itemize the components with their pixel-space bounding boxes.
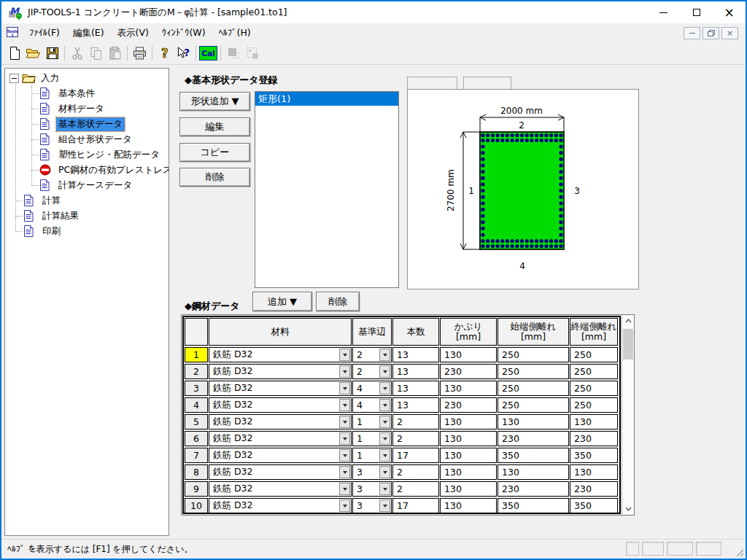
copy-shape-button[interactable]: コピー bbox=[179, 143, 250, 162]
menu-item-1[interactable]: 編集(E) bbox=[66, 25, 111, 42]
row-number-cell[interactable]: 5 bbox=[185, 414, 208, 429]
base-edge-cell[interactable]: 1 bbox=[352, 431, 392, 446]
base-edge-cell[interactable]: 3 bbox=[352, 498, 392, 513]
preview-tab-1[interactable] bbox=[407, 77, 457, 89]
tree-item-印刷[interactable]: 印刷 bbox=[5, 224, 169, 239]
scroll-up-button[interactable] bbox=[622, 315, 634, 327]
end-offset-cell[interactable]: 230 bbox=[570, 431, 618, 446]
material-dropdown-button[interactable] bbox=[339, 499, 350, 512]
maximize-button[interactable] bbox=[680, 1, 713, 23]
material-cell[interactable]: 鉄筋 D32 bbox=[209, 381, 352, 396]
base-edge-cell[interactable]: 3 bbox=[352, 464, 392, 480]
start-offset-cell[interactable]: 230 bbox=[498, 431, 569, 446]
count-cell[interactable]: 2 bbox=[392, 414, 439, 429]
base-edge-cell[interactable]: 1 bbox=[352, 414, 392, 429]
collapse-icon[interactable] bbox=[9, 74, 19, 83]
tree-item-材料データ[interactable]: 材料データ bbox=[5, 101, 169, 117]
material-dropdown-button[interactable] bbox=[339, 416, 350, 428]
tree-item-計算ケースデータ[interactable]: 計算ケースデータ bbox=[5, 178, 169, 193]
tree-item-塑性ヒンジ・配筋データ[interactable]: 塑性ヒンジ・配筋データ bbox=[5, 147, 169, 163]
count-cell[interactable]: 13 bbox=[392, 381, 439, 396]
material-cell[interactable]: 鉄筋 D32 bbox=[209, 397, 352, 413]
base-edge-dropdown-button[interactable] bbox=[379, 499, 390, 512]
menu-item-3[interactable]: ｳｨﾝﾄﾞｳ(W) bbox=[155, 25, 212, 42]
base-edge-dropdown-button[interactable] bbox=[379, 365, 390, 378]
cover-cell[interactable]: 130 bbox=[440, 481, 497, 497]
row-number-cell[interactable]: 7 bbox=[185, 448, 208, 463]
material-dropdown-button[interactable] bbox=[339, 466, 350, 478]
menu-item-4[interactable]: ﾍﾙﾌﾟ(H) bbox=[212, 25, 258, 42]
delete-steel-button[interactable]: 削除 bbox=[316, 292, 360, 311]
base-edge-dropdown-button[interactable] bbox=[379, 349, 390, 361]
base-edge-cell[interactable]: 4 bbox=[352, 381, 392, 396]
add-shape-button[interactable]: 形状追加 ▼ bbox=[179, 92, 250, 111]
row-number-cell[interactable]: 8 bbox=[185, 464, 208, 480]
material-cell[interactable]: 鉄筋 D32 bbox=[209, 481, 352, 497]
table-scrollbar[interactable] bbox=[622, 315, 634, 515]
end-offset-cell[interactable]: 250 bbox=[570, 397, 618, 413]
base-edge-dropdown-button[interactable] bbox=[379, 382, 390, 394]
count-cell[interactable]: 2 bbox=[392, 481, 439, 497]
material-dropdown-button[interactable] bbox=[339, 432, 350, 445]
end-offset-cell[interactable]: 250 bbox=[570, 364, 618, 379]
resize-grip-icon[interactable] bbox=[734, 547, 744, 557]
start-offset-cell[interactable]: 250 bbox=[498, 397, 569, 413]
count-cell[interactable]: 17 bbox=[392, 498, 439, 513]
base-edge-cell[interactable]: 3 bbox=[352, 481, 392, 497]
minimize-button[interactable] bbox=[647, 1, 680, 23]
start-offset-cell[interactable]: 350 bbox=[498, 448, 569, 463]
end-offset-cell[interactable]: 130 bbox=[570, 414, 618, 429]
help-button[interactable]: ? bbox=[155, 44, 174, 63]
end-offset-cell[interactable]: 250 bbox=[570, 347, 618, 362]
count-cell[interactable]: 17 bbox=[392, 448, 439, 463]
base-edge-cell[interactable]: 4 bbox=[352, 397, 392, 413]
menu-item-2[interactable]: 表示(V) bbox=[111, 25, 155, 42]
start-offset-cell[interactable]: 250 bbox=[498, 347, 569, 362]
save-button[interactable] bbox=[43, 44, 61, 63]
tree-item-基本条件[interactable]: 基本条件 bbox=[5, 86, 169, 101]
base-edge-dropdown-button[interactable] bbox=[379, 449, 390, 462]
scroll-down-button[interactable] bbox=[622, 503, 634, 515]
base-edge-cell[interactable]: 1 bbox=[352, 448, 392, 463]
cover-cell[interactable]: 130 bbox=[440, 347, 497, 362]
base-edge-dropdown-button[interactable] bbox=[379, 466, 390, 478]
row-number-cell[interactable]: 9 bbox=[185, 481, 208, 497]
base-edge-dropdown-button[interactable] bbox=[379, 432, 390, 445]
base-edge-cell[interactable]: 2 bbox=[352, 347, 392, 362]
shape-list-item[interactable]: 矩形(1) bbox=[255, 92, 398, 106]
cal-button[interactable]: Cal bbox=[199, 46, 217, 61]
cover-cell[interactable]: 130 bbox=[440, 464, 497, 480]
end-offset-cell[interactable]: 230 bbox=[570, 481, 618, 497]
material-dropdown-button[interactable] bbox=[339, 483, 350, 495]
base-edge-cell[interactable]: 2 bbox=[352, 364, 392, 379]
end-offset-cell[interactable]: 130 bbox=[570, 464, 618, 480]
material-cell[interactable]: 鉄筋 D32 bbox=[209, 431, 352, 446]
material-cell[interactable]: 鉄筋 D32 bbox=[209, 498, 352, 513]
material-dropdown-button[interactable] bbox=[339, 399, 350, 411]
delete-shape-button[interactable]: 削除 bbox=[179, 168, 250, 187]
row-number-cell[interactable]: 6 bbox=[185, 431, 208, 446]
count-cell[interactable]: 2 bbox=[392, 464, 439, 480]
count-cell[interactable]: 13 bbox=[392, 397, 439, 413]
start-offset-cell[interactable]: 130 bbox=[498, 414, 569, 429]
tree-item-入力[interactable]: 入力 bbox=[5, 71, 169, 86]
start-offset-cell[interactable]: 250 bbox=[498, 364, 569, 379]
cover-cell[interactable]: 130 bbox=[440, 431, 497, 446]
end-offset-cell[interactable]: 350 bbox=[570, 498, 618, 513]
preview-tab-2[interactable] bbox=[463, 77, 511, 89]
cover-cell[interactable]: 230 bbox=[440, 397, 497, 413]
row-number-cell[interactable]: 2 bbox=[185, 364, 208, 379]
tree-item-基本形状データ[interactable]: 基本形状データ bbox=[5, 117, 169, 132]
row-number-cell[interactable]: 10 bbox=[185, 498, 208, 513]
material-dropdown-button[interactable] bbox=[339, 382, 350, 394]
context-help-button[interactable]: ? bbox=[174, 44, 193, 63]
start-offset-cell[interactable]: 250 bbox=[498, 381, 569, 396]
tree-item-PC鋼材の有効プレストレス[interactable]: PC鋼材の有効プレストレス bbox=[5, 163, 169, 178]
tree-item-組合せ形状データ[interactable]: 組合せ形状データ bbox=[5, 132, 169, 147]
start-offset-cell[interactable]: 230 bbox=[498, 481, 569, 497]
start-offset-cell[interactable]: 350 bbox=[498, 498, 569, 513]
count-cell[interactable]: 13 bbox=[392, 347, 439, 362]
count-cell[interactable]: 13 bbox=[392, 364, 439, 379]
material-cell[interactable]: 鉄筋 D32 bbox=[209, 448, 352, 463]
menu-item-0[interactable]: ﾌｧｲﾙ(F) bbox=[23, 25, 66, 42]
